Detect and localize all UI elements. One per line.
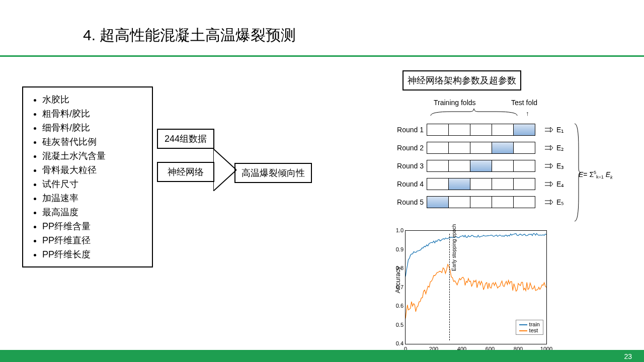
round-label: Round 4 [391,180,424,188]
error-output: E₄ [544,180,564,188]
input-feature-item: 加温速率 [42,191,147,205]
kfold-row: Round 3E₃ [391,158,564,174]
nn-arch-box: 神经网络架构参数及超参数 [403,70,521,90]
kfold-row: Round 5E₅ [391,194,564,210]
train-fold-cell [492,196,513,208]
arrow-icon [213,149,236,191]
error-output: E₅ [544,198,564,206]
chart-ytick: 0.4 [391,340,404,346]
input-feature-item: 粗骨料/胶比 [42,107,147,121]
input-feature-item: 硅灰替代比例 [42,135,147,149]
early-stop-label: Early stopping epoch [451,224,457,271]
page-number: 23 [624,352,632,360]
train-fold-cell [492,124,513,136]
chart-ytick: 0.9 [391,246,404,252]
early-stop-line [449,234,450,340]
chart-ytick: 0.5 [391,322,404,328]
chart-ytick: 0.7 [391,284,404,290]
round-label: Round 1 [391,126,424,134]
input-feature-item: 细骨料/胶比 [42,121,147,135]
train-fold-cell [448,142,470,154]
train-fold-cell [513,178,535,190]
input-feature-item: 最高温度 [42,205,147,219]
input-feature-item: 试件尺寸 [42,177,147,191]
sum-error-formula: E= Σ5k=1 Ek [579,170,613,179]
train-fold-cell [448,196,470,208]
train-fold-cell [492,160,513,172]
output-box: 高温爆裂倾向性 [234,163,312,183]
test-fold-cell [492,142,513,154]
error-output: E₁ [544,126,564,134]
train-fold-cell [470,124,492,136]
train-fold-cell [427,124,448,136]
chart-ytick: 0.8 [391,265,404,271]
nn-box: 神经网络 [157,162,214,182]
round-label: Round 5 [391,198,424,206]
slide: 4. 超高性能混凝土高温爆裂预测 水胶比粗骨料/胶比细骨料/胶比硅灰替代比例混凝… [0,0,644,362]
chart-legend: train test [516,320,543,335]
input-feature-item: PP纤维长度 [42,247,147,261]
kfold-row: Round 4E₄ [391,176,564,192]
kfold-row: Round 2E₂ [391,140,564,156]
accuracy-chart: Accuracy Epochs Early stopping epoch tra… [405,230,547,344]
train-fold-cell [448,160,470,172]
input-features-box: 水胶比粗骨料/胶比细骨料/胶比硅灰替代比例混凝土水汽含量骨料最大粒径试件尺寸加温… [22,86,153,267]
round-label: Round 3 [391,162,424,170]
kfold-row: Round 1E₁ [391,122,564,138]
train-fold-cell [470,142,492,154]
train-fold-cell [513,196,535,208]
error-output: E₃ [544,162,564,170]
train-fold-cell [470,178,492,190]
footer-bar [0,350,644,362]
train-fold-cell [427,178,448,190]
data-count-box: 244组数据 [157,129,214,149]
input-feature-item: 骨料最大粒径 [42,163,147,177]
page-title: 4. 超高性能混凝土高温爆裂预测 [83,25,296,46]
test-fold-cell [448,178,470,190]
train-fold-cell [492,178,513,190]
input-feature-item: 混凝土水汽含量 [42,149,147,163]
test-fold-cell [427,196,448,208]
test-fold-cell [470,160,492,172]
train-fold-cell [427,142,448,154]
train-fold-cell [470,196,492,208]
train-fold-cell [427,160,448,172]
chart-ytick: 1.0 [391,227,404,233]
input-feature-item: PP纤维直径 [42,233,147,247]
train-fold-cell [513,160,535,172]
train-fold-cell [513,142,535,154]
round-label: Round 2 [391,144,424,152]
train-fold-cell [448,124,470,136]
title-rule [0,55,644,57]
test-fold-cell [513,124,535,136]
input-feature-item: PP纤维含量 [42,219,147,233]
chart-ytick: 0.6 [391,303,404,309]
input-feature-item: 水胶比 [42,93,147,107]
kfold-diagram: Round 1E₁Round 2E₂Round 3E₃Round 4E₄Roun… [391,96,564,212]
error-output: E₂ [544,144,564,152]
